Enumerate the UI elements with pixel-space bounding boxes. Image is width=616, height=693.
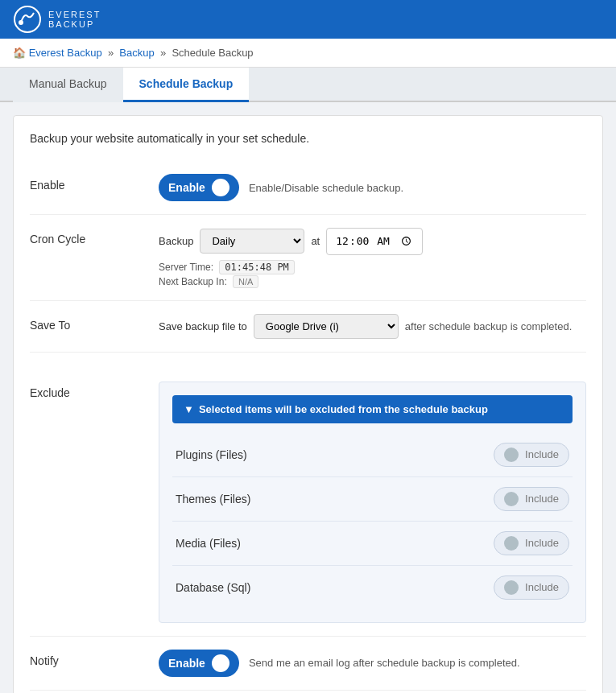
media-circle <box>504 536 519 551</box>
themes-circle <box>504 492 519 506</box>
logo-area: EVEREST BACKUP <box>13 5 101 34</box>
next-backup-info: Next Backup In: N/A <box>159 276 586 287</box>
breadcrumb: 🏠 Everest Backup » Backup » Schedule Bac… <box>0 39 616 68</box>
header: EVEREST BACKUP <box>0 0 616 39</box>
after-text: after schedule backup is completed. <box>405 320 572 332</box>
logo-icon <box>13 5 42 34</box>
server-time-info: Server Time: 01:45:48 PM <box>159 262 586 273</box>
triangle-icon: ▼ <box>184 403 194 415</box>
destination-select[interactable]: Google Drive (i) Local FTP Dropbox <box>254 314 399 339</box>
exclude-label: Exclude <box>30 382 159 399</box>
notify-label: Notify <box>30 650 159 667</box>
media-toggle-label: Include <box>525 537 559 549</box>
cron-control: Backup Daily Weekly Monthly at Server Ti… <box>159 228 586 287</box>
tabs-bar: Manual Backup Schedule Backup <box>0 68 616 102</box>
enable-row-inner: Enable Enable/Disable schedule backup. <box>159 174 586 201</box>
notify-description: Send me an email log after schedule back… <box>249 657 520 669</box>
save-to-row: Save To Save backup file to Google Drive… <box>30 301 586 353</box>
svg-point-0 <box>14 6 40 32</box>
plugins-circle <box>504 448 519 462</box>
notify-toggle-circle <box>212 654 229 672</box>
cron-cycle-row: Cron Cycle Backup Daily Weekly Monthly a… <box>30 215 586 301</box>
section-description: Backup your website automatically in you… <box>30 132 586 145</box>
main-content: Backup your website automatically in you… <box>13 115 603 693</box>
save-to-inner: Save backup file to Google Drive (i) Loc… <box>159 314 586 339</box>
notify-button-label: Enable <box>168 657 205 670</box>
notify-inner-row: Enable Send me an email log after schedu… <box>159 650 586 677</box>
database-label: Database (Sql) <box>176 581 250 594</box>
plugins-toggle-label: Include <box>525 448 559 460</box>
cron-inner-row: Backup Daily Weekly Monthly at <box>159 228 586 255</box>
cron-label: Cron Cycle <box>30 228 159 245</box>
plugins-include-toggle[interactable]: Include <box>494 443 569 467</box>
svg-point-1 <box>19 20 23 25</box>
exclude-item-plugins: Plugins (Files) Include <box>172 433 573 477</box>
next-backup-label: Next Backup In: <box>159 276 227 287</box>
enable-control: Enable Enable/Disable schedule backup. <box>159 174 586 201</box>
themes-toggle-label: Include <box>525 493 559 505</box>
exclude-item-database: Database (Sql) Include <box>172 566 573 609</box>
exclude-control: ▼ Selected items will be excluded from t… <box>159 382 586 623</box>
enable-toggle-button[interactable]: Enable <box>159 174 239 201</box>
database-include-toggle[interactable]: Include <box>494 575 569 600</box>
logo-line2: BACKUP <box>48 19 101 29</box>
logo-line1: EVEREST <box>48 10 101 19</box>
server-time-label: Server Time: <box>159 262 213 273</box>
enable-label: Enable <box>30 174 159 192</box>
before-text: Save backup file to <box>159 320 247 332</box>
tab-manual[interactable]: Manual Backup <box>13 68 123 102</box>
enable-button-label: Enable <box>168 181 205 194</box>
next-backup-value: N/A <box>233 275 258 288</box>
enable-row: Enable Enable Enable/Disable schedule ba… <box>30 161 586 215</box>
plugins-label: Plugins (Files) <box>176 448 247 461</box>
section-gap <box>30 353 586 369</box>
themes-include-toggle[interactable]: Include <box>494 487 569 511</box>
media-label: Media (Files) <box>176 537 241 550</box>
notify-row: Notify Enable Send me an email log after… <box>30 637 586 691</box>
breadcrumb-backup[interactable]: Backup <box>119 47 154 59</box>
enable-description: Enable/Disable schedule backup. <box>249 182 403 194</box>
frequency-select[interactable]: Daily Weekly Monthly <box>200 229 304 254</box>
exclude-header: ▼ Selected items will be excluded from t… <box>172 395 573 423</box>
exclude-item-themes: Themes (Files) Include <box>172 477 573 522</box>
database-circle <box>504 580 519 595</box>
exclude-item-media: Media (Files) Include <box>172 522 573 566</box>
logo-text: EVEREST BACKUP <box>48 10 101 29</box>
media-include-toggle[interactable]: Include <box>494 531 569 555</box>
server-time-value: 01:45:48 PM <box>219 260 294 274</box>
exclude-row: Exclude ▼ Selected items will be exclude… <box>30 369 586 637</box>
notify-control: Enable Send me an email log after schedu… <box>159 650 586 677</box>
exclude-header-text: Selected items will be excluded from the… <box>199 403 488 415</box>
save-to-label: Save To <box>30 314 159 332</box>
database-toggle-label: Include <box>525 581 559 593</box>
backup-label-sm: Backup <box>159 235 193 247</box>
at-label: at <box>311 235 320 247</box>
save-to-control: Save backup file to Google Drive (i) Loc… <box>159 314 586 339</box>
breadcrumb-current: Schedule Backup <box>172 47 253 59</box>
notify-toggle-button[interactable]: Enable <box>159 650 239 677</box>
exclude-box: ▼ Selected items will be excluded from t… <box>159 382 586 623</box>
themes-label: Themes (Files) <box>176 493 250 505</box>
time-input[interactable] <box>326 228 423 255</box>
toggle-circle <box>212 179 229 196</box>
breadcrumb-home[interactable]: Everest Backup <box>29 47 102 59</box>
tab-schedule[interactable]: Schedule Backup <box>123 68 250 102</box>
